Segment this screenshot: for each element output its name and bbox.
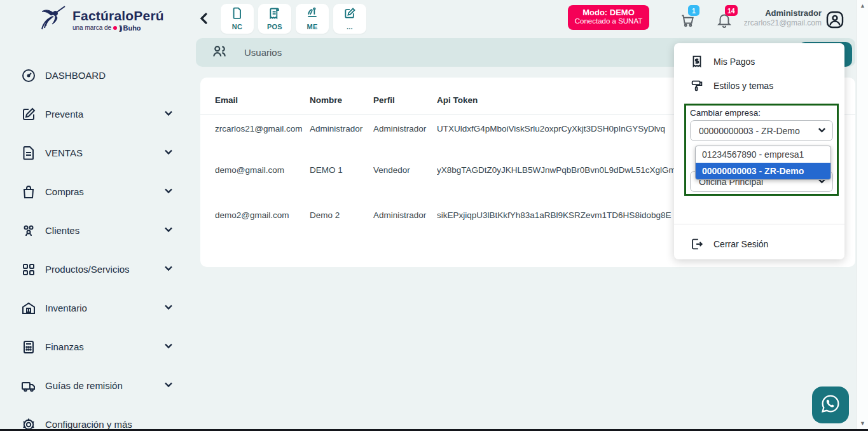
vertical-scrollbar[interactable]: ▲ ▼ bbox=[857, 0, 868, 429]
calculator-icon bbox=[21, 339, 36, 355]
brand-name: FactúraloPerú bbox=[72, 8, 164, 24]
cart-icon bbox=[679, 19, 696, 30]
buho-dot-icon bbox=[113, 26, 117, 30]
chevron-down-icon bbox=[164, 147, 173, 159]
truck-icon bbox=[21, 378, 36, 393]
chevron-down-icon bbox=[164, 341, 173, 353]
document-icon bbox=[231, 7, 244, 22]
edit-icon bbox=[21, 107, 36, 122]
scroll-up-arrow[interactable]: ▲ bbox=[857, 3, 868, 9]
company-option[interactable]: 01234567890 - empresa1 bbox=[696, 146, 830, 163]
company-select[interactable]: 00000000003 - ZR-Demo bbox=[690, 120, 833, 141]
change-company-label: Cambiar empresa: bbox=[690, 108, 761, 118]
col-header-email: Email bbox=[200, 78, 310, 115]
cart-button[interactable]: 1 bbox=[679, 11, 696, 31]
sidebar-item-compras[interactable]: Compras bbox=[0, 172, 194, 211]
company-options-list: 01234567890 - empresa1 00000000003 - ZR-… bbox=[695, 146, 831, 180]
chevron-down-icon bbox=[164, 264, 173, 275]
signature-icon bbox=[306, 7, 319, 22]
menu-item-logout[interactable]: Cerrar Sesión bbox=[674, 231, 844, 257]
avatar-icon[interactable] bbox=[825, 10, 845, 32]
warehouse-icon bbox=[21, 301, 36, 316]
col-header-nombre: Nombre bbox=[310, 78, 373, 115]
sidebar-collapse-button[interactable] bbox=[198, 11, 209, 28]
sidebar-item-guias-remision[interactable]: Guías de remisión bbox=[0, 366, 194, 405]
sidebar-item-finanzas[interactable]: Finanzas bbox=[0, 327, 194, 366]
col-header-perfil: Perfil bbox=[373, 78, 437, 115]
quick-actions-toolbar: NC POS ME ... bbox=[221, 4, 366, 34]
whatsapp-icon bbox=[819, 392, 842, 418]
bell-icon bbox=[716, 19, 733, 30]
menu-item-mis-pagos[interactable]: Mis Pagos bbox=[674, 50, 844, 74]
paint-roller-icon bbox=[690, 79, 704, 93]
shopping-bag-icon bbox=[21, 184, 36, 200]
company-option-selected[interactable]: 00000000003 - ZR-Demo bbox=[696, 163, 830, 179]
pos-button[interactable]: POS bbox=[258, 4, 291, 34]
sidebar-item-inventario[interactable]: Inventario bbox=[0, 289, 194, 327]
me-button[interactable]: ME bbox=[296, 4, 329, 34]
brand-logo[interactable]: FactúraloPerú una marca de )) Buho bbox=[37, 4, 164, 36]
grid-icon bbox=[21, 262, 36, 277]
app-screen: FactúraloPerú una marca de )) Buho DASHB… bbox=[0, 0, 868, 431]
cart-count-badge: 1 bbox=[688, 5, 699, 16]
payments-icon bbox=[690, 55, 704, 69]
sidebar-menu: DASHBOARD Preventa VENTAS bbox=[0, 56, 194, 431]
demo-mode-badge[interactable]: Modo: DEMO Conectado a SUNAT bbox=[568, 5, 649, 30]
whatsapp-button[interactable] bbox=[812, 387, 849, 423]
sidebar-item-configuracion[interactable]: Configuración y más bbox=[0, 405, 194, 431]
sidebar-item-preventa[interactable]: Preventa bbox=[0, 95, 194, 133]
brand-tagline: una marca de bbox=[72, 24, 111, 31]
people-icon bbox=[21, 223, 36, 238]
user-email: zrcarlos21@gmail.com bbox=[744, 18, 822, 27]
sidebar: FactúraloPerú una marca de )) Buho DASHB… bbox=[0, 0, 194, 429]
chevron-down-icon bbox=[164, 109, 173, 120]
sidebar-item-ventas[interactable]: VENTAS bbox=[0, 133, 194, 172]
chevron-down-icon bbox=[818, 126, 826, 136]
chevron-down-icon bbox=[164, 225, 173, 236]
users-icon bbox=[211, 43, 228, 62]
page-title: Usuarios bbox=[244, 47, 282, 58]
buho-waves-icon: )) bbox=[119, 24, 121, 32]
brand-tagline-brand: Buho bbox=[123, 24, 141, 32]
chevron-down-icon bbox=[164, 380, 173, 392]
hummingbird-logo-icon bbox=[37, 4, 70, 36]
file-text-icon bbox=[21, 146, 36, 161]
chevron-down-icon bbox=[164, 186, 173, 198]
chevron-down-icon bbox=[164, 303, 173, 314]
gauge-icon bbox=[21, 68, 36, 83]
user-dropdown-menu: Mis Pagos Estilos y temas Cambiar empres… bbox=[674, 43, 844, 259]
menu-divider bbox=[674, 224, 844, 224]
user-info[interactable]: Administrador zrcarlos21@gmail.com bbox=[744, 8, 822, 27]
notifications-button[interactable]: 14 bbox=[716, 11, 733, 31]
sidebar-item-clientes[interactable]: Clientes bbox=[0, 211, 194, 250]
more-actions-button[interactable]: ... bbox=[333, 4, 366, 34]
logout-icon bbox=[690, 237, 704, 251]
edit-icon bbox=[343, 7, 356, 22]
sidebar-item-productos-servicios[interactable]: Productos/Servicios bbox=[0, 250, 194, 289]
change-company-section: Cambiar empresa: 00000000003 - ZR-Demo O… bbox=[684, 104, 839, 196]
menu-item-estilos-temas[interactable]: Estilos y temas bbox=[674, 74, 844, 98]
receipt-icon bbox=[268, 7, 281, 22]
nc-button[interactable]: NC bbox=[221, 4, 254, 34]
notifications-count-badge: 14 bbox=[725, 5, 738, 16]
user-name: Administrador bbox=[744, 8, 822, 18]
sidebar-item-dashboard[interactable]: DASHBOARD bbox=[0, 56, 194, 95]
scroll-down-arrow[interactable]: ▼ bbox=[857, 420, 868, 427]
